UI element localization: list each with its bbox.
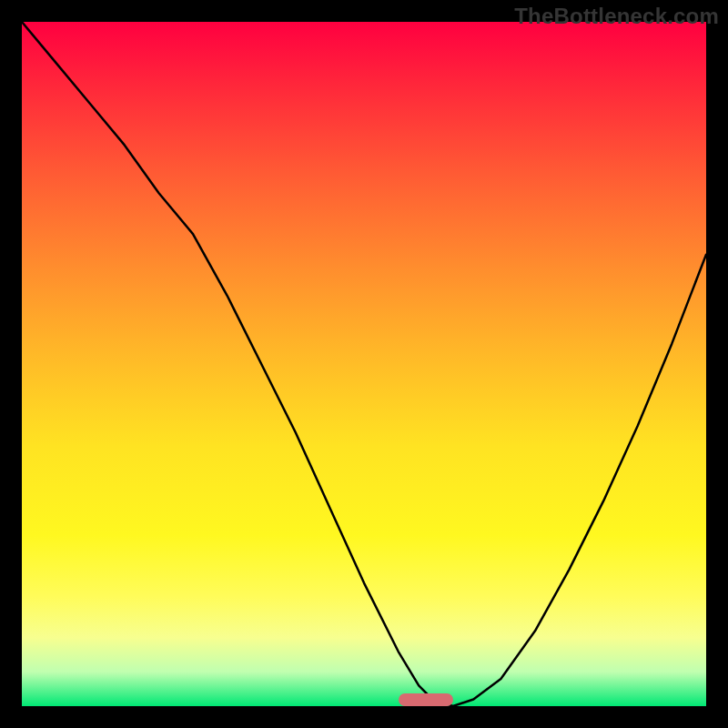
chart-frame: TheBottleneck.com — [0, 0, 728, 728]
bottleneck-curve — [22, 22, 706, 706]
watermark-text: TheBottleneck.com — [514, 4, 719, 29]
optimal-range-marker — [399, 693, 453, 706]
plot-area — [22, 22, 706, 706]
